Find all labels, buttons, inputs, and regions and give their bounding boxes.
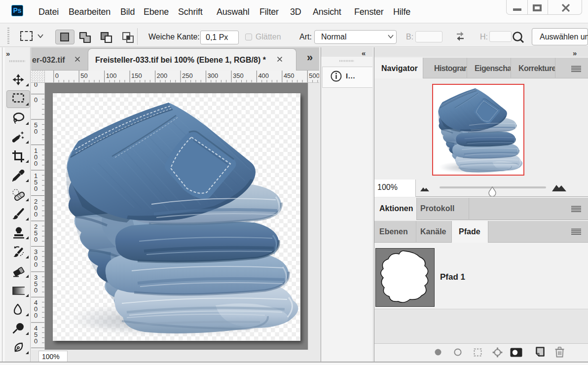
- svg-text:50: 50: [80, 72, 87, 79]
- svg-text:0: 0: [34, 83, 37, 88]
- svg-text:0: 0: [34, 211, 37, 218]
- svg-text:0: 0: [34, 261, 37, 268]
- svg-text:350: 350: [233, 72, 244, 79]
- svg-text:0: 0: [34, 185, 37, 192]
- svg-text:300: 300: [208, 72, 219, 79]
- svg-text:0: 0: [34, 96, 37, 104]
- svg-text:0: 0: [34, 160, 37, 167]
- svg-text:0: 0: [34, 287, 37, 294]
- svg-text:0: 0: [55, 72, 59, 79]
- svg-text:0: 0: [34, 312, 37, 319]
- svg-text:150: 150: [131, 72, 142, 79]
- svg-text:250: 250: [182, 72, 193, 79]
- svg-text:0: 0: [34, 128, 37, 135]
- svg-text:100: 100: [106, 72, 117, 79]
- svg-text:500: 500: [309, 72, 319, 79]
- svg-text:0: 0: [34, 337, 37, 345]
- svg-text:0: 0: [34, 236, 37, 243]
- svg-text:200: 200: [157, 72, 168, 79]
- svg-text:450: 450: [284, 72, 294, 79]
- svg-text:400: 400: [258, 72, 269, 79]
